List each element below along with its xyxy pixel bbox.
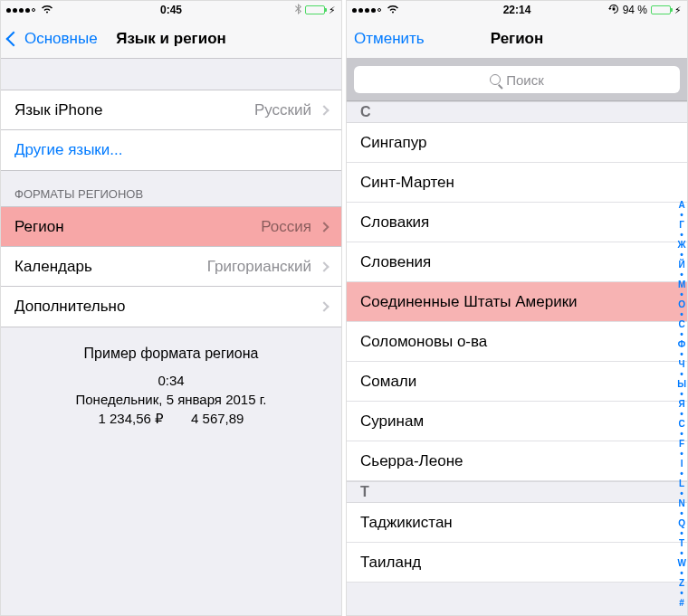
index-letter[interactable]: • [677, 509, 686, 518]
search-bar: Поиск [347, 59, 687, 101]
country-name: Словакия [360, 213, 429, 232]
index-letter[interactable]: • [677, 489, 686, 498]
country-row[interactable]: Таджикистан [347, 503, 687, 543]
country-row[interactable]: Соединенные Штаты Америки [347, 282, 687, 322]
chevron-left-icon [6, 31, 22, 46]
index-letter[interactable]: # [677, 599, 686, 608]
row-region[interactable]: Регион Россия [1, 207, 341, 247]
region-format-example: Пример формата региона 0:34 Понедельник,… [1, 327, 341, 454]
country-list[interactable]: ССингапурСинт-МартенСловакияСловенияСоед… [347, 101, 687, 583]
index-letter[interactable]: А [677, 201, 686, 210]
row-other-languages[interactable]: Другие языки... [1, 130, 341, 170]
section-index[interactable]: А•Г•Ж•Й•М•О•С•Ф•Ч•Ы•Я•C•F•I•L•N•Q•T•W•Z•… [677, 199, 686, 610]
country-row[interactable]: Сомали [347, 362, 687, 402]
country-row[interactable]: Соломоновы о-ва [347, 322, 687, 362]
index-letter[interactable]: • [677, 450, 686, 459]
bluetooth-icon [295, 4, 301, 16]
country-row[interactable]: Сьерра-Леоне [347, 441, 687, 481]
row-calendar[interactable]: Календарь Григорианский [1, 247, 341, 287]
orientation-lock-icon [608, 4, 619, 16]
index-letter[interactable]: L [677, 479, 686, 488]
svg-rect-0 [612, 8, 615, 10]
index-letter[interactable]: Q [677, 519, 686, 528]
index-letter[interactable]: • [677, 350, 686, 359]
index-letter[interactable]: Z [677, 579, 686, 588]
search-icon [490, 74, 501, 85]
index-letter[interactable]: • [677, 410, 686, 419]
row-value: Григорианский [207, 258, 311, 276]
index-letter[interactable]: C [677, 420, 686, 429]
row-iphone-language[interactable]: Язык iPhone Русский [1, 90, 341, 130]
country-name: Таджикистан [360, 514, 453, 532]
index-letter[interactable]: F [677, 440, 686, 449]
index-letter[interactable]: • [677, 569, 686, 578]
row-value: Россия [261, 218, 311, 236]
nav-title: Язык и регион [116, 30, 226, 48]
index-letter[interactable]: N [677, 499, 686, 508]
country-name: Суринам [360, 412, 424, 431]
index-letter[interactable]: • [677, 270, 686, 280]
index-letter[interactable]: • [677, 529, 686, 538]
index-letter[interactable]: • [677, 390, 686, 399]
index-letter[interactable]: • [677, 310, 686, 319]
index-letter[interactable]: • [677, 549, 686, 558]
index-letter[interactable]: • [677, 430, 686, 439]
index-letter[interactable]: Г [677, 221, 686, 230]
index-letter[interactable]: О [677, 300, 686, 309]
example-date: Понедельник, 5 января 2015 г. [10, 392, 332, 407]
index-letter[interactable]: W [677, 559, 686, 568]
country-name: Соединенные Штаты Америки [360, 293, 578, 311]
list-language: Язык iPhone Русский Другие языки... [1, 90, 341, 171]
index-letter[interactable]: • [677, 589, 686, 598]
row-label: Регион [14, 218, 64, 236]
chevron-right-icon [319, 105, 329, 115]
row-label: Другие языки... [14, 141, 122, 159]
country-row[interactable]: Синт-Мартен [347, 163, 687, 203]
country-row[interactable]: Таиланд [347, 543, 687, 583]
nav-bar: Основные Язык и регион [1, 19, 341, 59]
country-row[interactable]: Суринам [347, 402, 687, 441]
index-letter[interactable]: • [677, 231, 686, 240]
index-letter[interactable]: Й [677, 261, 686, 270]
status-bar: 0:45 ⚡︎ [1, 1, 341, 19]
index-letter[interactable]: • [677, 290, 686, 299]
index-letter[interactable]: I [677, 460, 686, 469]
index-letter[interactable]: • [677, 330, 686, 339]
signal-dots-icon [352, 8, 381, 13]
country-row[interactable]: Словения [347, 242, 687, 282]
nav-bar: Отменить Регион [347, 19, 687, 59]
phone-left: 0:45 ⚡︎ Основные Язык и регион Язык iPho… [0, 0, 342, 616]
index-letter[interactable]: • [677, 469, 686, 479]
index-letter[interactable]: С [677, 320, 686, 329]
index-letter[interactable]: • [677, 211, 686, 220]
index-letter[interactable]: Ч [677, 360, 686, 369]
index-letter[interactable]: • [677, 251, 686, 260]
country-row[interactable]: Словакия [347, 203, 687, 242]
country-row[interactable]: Сингапур [347, 123, 687, 163]
battery-icon [651, 5, 671, 14]
cancel-button[interactable]: Отменить [354, 30, 425, 48]
chevron-right-icon [319, 301, 329, 311]
chevron-right-icon [319, 261, 329, 271]
country-name: Сьерра-Леоне [360, 452, 463, 470]
index-letter[interactable]: Ж [677, 241, 686, 250]
index-letter[interactable]: • [677, 370, 686, 379]
index-letter[interactable]: Ф [677, 340, 686, 349]
row-label: Календарь [14, 258, 92, 276]
status-time: 0:45 [160, 4, 182, 16]
battery-percent: 94 % [623, 4, 647, 16]
index-letter[interactable]: М [677, 280, 686, 289]
index-letter[interactable]: Я [677, 400, 686, 409]
index-section-header: Т [347, 481, 687, 503]
phone-right: 22:14 94 % ⚡︎ Отменить Регион Поиск ССин… [346, 0, 688, 616]
index-letter[interactable]: T [677, 539, 686, 548]
search-placeholder: Поиск [506, 72, 544, 88]
search-input[interactable]: Поиск [354, 66, 680, 93]
country-name: Сомали [360, 373, 416, 391]
back-button[interactable]: Основные [8, 30, 98, 48]
row-advanced[interactable]: Дополнительно [1, 287, 341, 327]
back-label: Основные [24, 30, 98, 48]
index-letter[interactable]: Ы [677, 380, 686, 389]
row-label: Язык iPhone [14, 101, 102, 119]
example-number-2: 4 567,89 [191, 411, 244, 427]
